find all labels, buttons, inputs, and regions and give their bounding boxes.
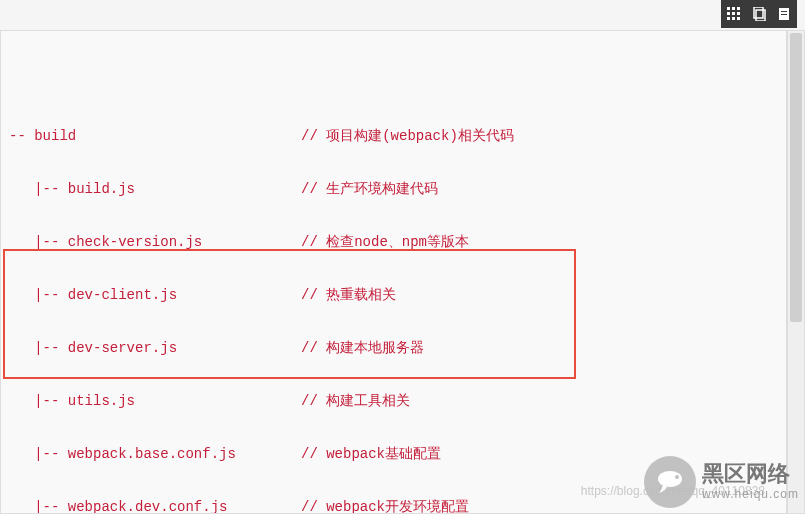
- svg-rect-5: [737, 12, 740, 15]
- svg-rect-8: [737, 17, 740, 20]
- scrollbar[interactable]: [787, 30, 805, 514]
- watermark: 黑区网络 www.heiqu.com: [644, 456, 799, 508]
- file-comment: // 生产环境构建代码: [301, 179, 438, 200]
- copy-icon[interactable]: [751, 6, 767, 22]
- file-path: |-- dev-server.js: [1, 338, 301, 359]
- svg-rect-0: [727, 7, 730, 10]
- code-line: |-- dev-client.js// 热重载相关: [1, 285, 786, 306]
- grid-icon[interactable]: [726, 6, 742, 22]
- svg-rect-12: [781, 11, 787, 12]
- file-path: |-- check-version.js: [1, 232, 301, 253]
- file-comment: // 项目构建(webpack)相关代码: [301, 126, 514, 147]
- svg-rect-1: [732, 7, 735, 10]
- file-comment: // 检查node、npm等版本: [301, 232, 469, 253]
- svg-rect-7: [732, 17, 735, 20]
- svg-rect-13: [781, 14, 787, 15]
- doc-icon[interactable]: [776, 6, 792, 22]
- toolbar: [721, 0, 797, 28]
- code-line: |-- utils.js// 构建工具相关: [1, 391, 786, 412]
- file-path: -- build: [1, 126, 301, 147]
- file-path: |-- webpack.base.conf.js: [1, 444, 301, 465]
- svg-point-14: [658, 471, 682, 487]
- code-line: [1, 73, 786, 94]
- watermark-badge-icon: [644, 456, 696, 508]
- file-comment: // 热重载相关: [301, 285, 396, 306]
- svg-rect-2: [737, 7, 740, 10]
- file-comment: // 构建本地服务器: [301, 338, 424, 359]
- file-path: |-- utils.js: [1, 391, 301, 412]
- watermark-url: www.heiqu.com: [702, 487, 799, 501]
- file-path: [1, 73, 301, 94]
- code-line: |-- check-version.js// 检查node、npm等版本: [1, 232, 786, 253]
- code-line: |-- build.js// 生产环境构建代码: [1, 179, 786, 200]
- code-line: |-- dev-server.js// 构建本地服务器: [1, 338, 786, 359]
- code-content: -- build// 项目构建(webpack)相关代码 |-- build.j…: [0, 30, 787, 514]
- scrollbar-thumb[interactable]: [790, 33, 802, 322]
- watermark-title: 黑区网络: [702, 463, 799, 485]
- watermark-text: 黑区网络 www.heiqu.com: [702, 463, 799, 501]
- file-comment: // 构建工具相关: [301, 391, 410, 412]
- file-path: |-- dev-client.js: [1, 285, 301, 306]
- svg-rect-3: [727, 12, 730, 15]
- file-comment: // webpack基础配置: [301, 444, 441, 465]
- file-comment: // webpack开发环境配置: [301, 497, 469, 514]
- svg-rect-6: [727, 17, 730, 20]
- file-path: |-- build.js: [1, 179, 301, 200]
- svg-rect-4: [732, 12, 735, 15]
- code-line: -- build// 项目构建(webpack)相关代码: [1, 126, 786, 147]
- file-path: |-- webpack.dev.conf.js: [1, 497, 301, 514]
- svg-point-15: [675, 475, 679, 479]
